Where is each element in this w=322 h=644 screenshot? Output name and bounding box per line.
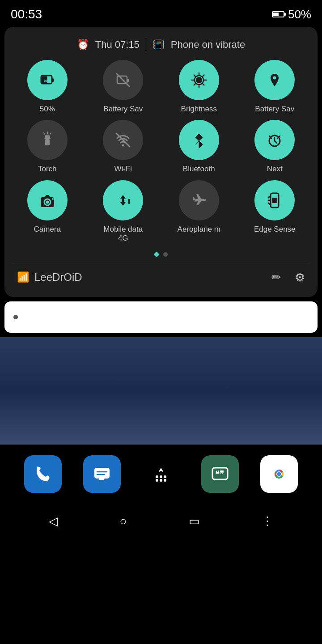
svg-line-16 [194, 84, 195, 85]
back-button[interactable]: ◁ [49, 514, 58, 528]
svg-line-21 [44, 133, 45, 134]
recents-button[interactable]: ▭ [189, 514, 200, 528]
brightness-icon-svg [190, 71, 208, 89]
svg-marker-36 [128, 198, 130, 200]
page-dot-2 [163, 252, 168, 257]
battery-icon [272, 11, 284, 17]
svg-point-46 [160, 475, 162, 478]
svg-line-27 [275, 141, 277, 143]
svg-point-23 [122, 144, 124, 147]
svg-rect-5 [127, 79, 129, 82]
svg-point-33 [52, 198, 54, 200]
wifi-off-icon-svg [114, 131, 132, 149]
nav-bar: ◁ ○ ▭ ⋮ [0, 504, 322, 539]
tile-next-label: Next [267, 165, 283, 174]
location-icon-svg [266, 71, 284, 89]
battery-saver-off-icon [103, 60, 143, 100]
edge-sense-icon [254, 180, 295, 220]
tile-bluetooth-label: Bluetooth [183, 165, 215, 174]
status-bar: 00:53 50% [0, 0, 322, 27]
settings-icon[interactable]: ⚙ [295, 271, 305, 284]
tile-edge-sense-label: Edge Sense [254, 225, 296, 234]
tile-mobile-data[interactable]: Mobile data4G [88, 180, 159, 243]
location-icon [254, 60, 295, 100]
tile-location-label: Battery Sav [255, 105, 294, 114]
tile-battery-percent[interactable]: 50 50% [12, 60, 83, 114]
day-time-label: Thu 07:15 [95, 39, 140, 51]
dock-chrome[interactable] [260, 455, 298, 493]
quick-settings-panel: ⏰ Thu 07:15 📳 Phone on vibrate 50 50% [4, 27, 318, 297]
page-dots [12, 252, 310, 257]
dock-messages[interactable] [83, 455, 121, 493]
battery-fill [273, 13, 279, 16]
tile-location[interactable]: Battery Sav [239, 60, 311, 114]
app-dock: ❝❞ [0, 445, 322, 504]
tile-wifi-label: Wi-Fi [114, 165, 132, 174]
wifi-off-icon [103, 120, 143, 160]
edge-sense-icon-svg [266, 191, 284, 209]
tile-aeroplane-label: Aeroplane m [178, 225, 220, 234]
tile-bluetooth[interactable]: Bluetooth [163, 120, 235, 174]
tile-camera-label: Camera [34, 225, 61, 234]
tile-battery-percent-label: 50% [40, 105, 55, 114]
svg-point-56 [277, 472, 281, 476]
torch-icon [27, 120, 68, 160]
more-button[interactable]: ⋮ [262, 514, 273, 528]
status-right: 50% [272, 8, 311, 21]
battery-icon-svg: 50 [38, 71, 56, 89]
camera-icon [27, 180, 68, 220]
bluetooth-icon-svg [190, 131, 208, 149]
signal-icon: 📶 [17, 271, 29, 283]
tile-brightness[interactable]: Brightness [163, 60, 235, 114]
user-name-label: LeeDrOiD [34, 271, 82, 284]
tile-edge-sense[interactable]: Edge Sense [239, 180, 311, 243]
tile-battery-saver-off-label: Battery Sav [103, 105, 143, 114]
qs-header: ⏰ Thu 07:15 📳 Phone on vibrate [12, 34, 310, 60]
svg-line-14 [203, 84, 204, 85]
home-button[interactable]: ○ [119, 514, 127, 528]
svg-point-49 [160, 479, 162, 482]
svg-point-32 [46, 200, 49, 203]
svg-line-15 [203, 75, 204, 76]
tile-next[interactable]: Next [239, 120, 311, 174]
svg-point-45 [156, 475, 158, 478]
tile-torch[interactable]: Torch [12, 120, 83, 174]
tile-camera[interactable]: Camera [12, 180, 83, 243]
svg-rect-1 [52, 78, 54, 82]
dock-app-drawer[interactable] [142, 455, 180, 493]
footer-icons: ✏ ⚙ [271, 271, 305, 284]
battery-percent-icon: 50 [27, 60, 68, 100]
camera-icon-svg [38, 191, 56, 209]
qs-footer: 📶 LeeDrOiD ✏ ⚙ [12, 263, 310, 290]
user-info: 📶 LeeDrOiD [17, 271, 82, 284]
svg-rect-18 [45, 139, 50, 145]
messages-icon-svg [92, 464, 112, 484]
status-time: 00:53 [11, 7, 42, 21]
header-divider [146, 38, 146, 51]
battery-saver-off-icon-svg [114, 71, 132, 89]
battery-body [272, 11, 284, 17]
svg-rect-41 [272, 198, 277, 203]
edit-icon[interactable]: ✏ [271, 271, 281, 284]
bluetooth-icon [179, 120, 219, 160]
mobile-data-icon [103, 180, 143, 220]
dock-quotes[interactable]: ❝❞ [201, 455, 239, 493]
next-alarm-icon [254, 120, 295, 160]
svg-text:50: 50 [44, 79, 48, 83]
tile-mobile-data-label: Mobile data4G [103, 225, 143, 243]
tile-brightness-label: Brightness [181, 105, 217, 114]
tile-aeroplane[interactable]: Aeroplane m [163, 180, 235, 243]
next-alarm-icon-svg [266, 131, 284, 149]
tile-battery-saver-off[interactable]: Battery Sav [88, 60, 159, 114]
search-bar[interactable] [4, 301, 318, 333]
tile-torch-label: Torch [38, 165, 57, 174]
svg-point-48 [156, 479, 158, 482]
app-drawer-icon-svg [151, 464, 171, 484]
svg-point-47 [164, 475, 166, 478]
aeroplane-icon [179, 180, 219, 220]
dock-phone[interactable] [24, 455, 62, 493]
vibrate-icon: 📳 [153, 39, 165, 51]
vibrate-label: Phone on vibrate [171, 39, 245, 51]
svg-point-50 [164, 479, 166, 482]
tile-wifi[interactable]: Wi-Fi [88, 120, 159, 174]
